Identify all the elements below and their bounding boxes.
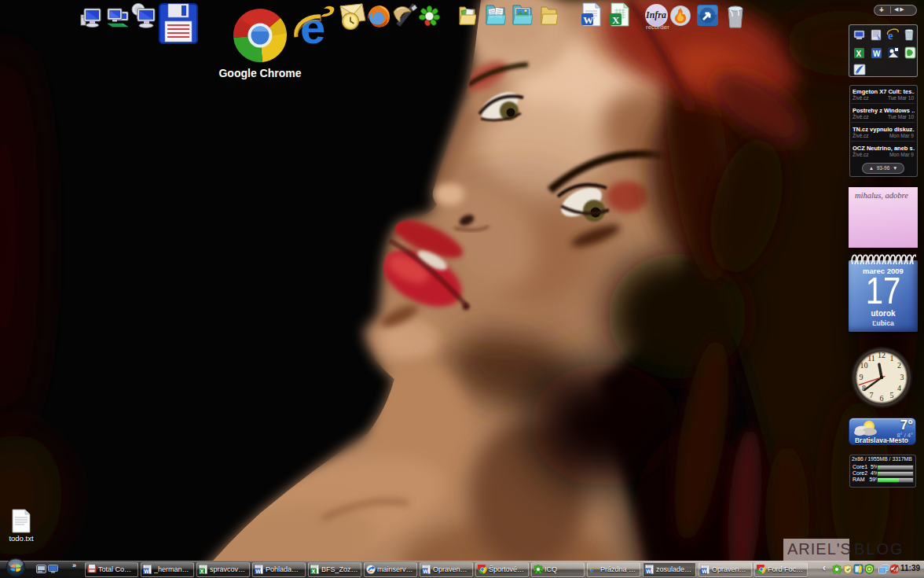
svg-text:W: W	[144, 569, 149, 574]
svg-text:e: e	[300, 4, 325, 48]
svg-text:1: 1	[890, 354, 894, 363]
svg-text:7: 7	[870, 391, 874, 399]
svg-text:W: W	[423, 569, 428, 574]
svg-text:W: W	[702, 569, 707, 574]
svg-text:W: W	[873, 50, 881, 58]
svg-text:11: 11	[867, 354, 875, 363]
svg-text:W: W	[583, 14, 593, 26]
svg-text:W: W	[646, 569, 651, 574]
svg-text:4: 4	[897, 384, 901, 392]
svg-text:Infra: Infra	[645, 9, 666, 20]
svg-text:3: 3	[900, 373, 904, 381]
svg-text:2: 2	[897, 361, 901, 370]
svg-text:X: X	[200, 569, 204, 574]
svg-text:X: X	[856, 50, 862, 58]
svg-text:W: W	[255, 569, 261, 574]
svg-text:6: 6	[880, 394, 884, 403]
svg-text:9: 9	[860, 373, 864, 381]
svg-text:10: 10	[860, 361, 868, 370]
svg-text:X: X	[612, 14, 620, 26]
svg-text:X: X	[312, 569, 316, 574]
svg-text:recorder: recorder	[646, 24, 669, 31]
svg-text:12: 12	[878, 351, 886, 359]
svg-text:5: 5	[890, 391, 894, 399]
